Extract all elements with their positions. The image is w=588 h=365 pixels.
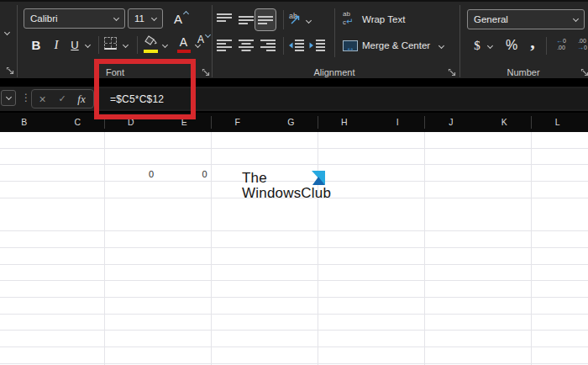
wrap-text-button[interactable]: Wrap Text xyxy=(362,14,405,24)
align-middle-icon[interactable] xyxy=(239,13,254,30)
borders-dropdown-chevron-icon[interactable] xyxy=(123,42,129,48)
caret-up-icon xyxy=(183,11,189,17)
separator xyxy=(283,37,284,55)
align-right-icon[interactable] xyxy=(260,40,276,56)
column-header-b[interactable]: B xyxy=(0,113,51,132)
clipboard-dialog-launcher[interactable] xyxy=(6,66,15,76)
cell-value-d[interactable]: 0 xyxy=(106,167,154,182)
font-color-button[interactable]: A xyxy=(176,34,191,49)
decrease-decimal-icon[interactable]: .00 →0 xyxy=(572,38,588,51)
spreadsheet-grid[interactable]: 0 0 The WindowsClub xyxy=(0,132,588,365)
column-header-h[interactable]: H xyxy=(318,113,371,132)
group-separator xyxy=(459,5,460,77)
orientation-icon[interactable]: ab xyxy=(289,12,297,20)
comma-style-button[interactable]: , xyxy=(526,32,539,52)
annotation-highlight-rectangle xyxy=(94,59,196,119)
align-center-icon[interactable] xyxy=(239,40,254,56)
group-separator xyxy=(212,5,213,77)
align-left-icon[interactable] xyxy=(217,40,232,56)
fill-color-dropdown-chevron-icon[interactable] xyxy=(162,42,168,48)
merge-icon-arrows: ↔ xyxy=(346,43,354,52)
currency-symbol: $ xyxy=(474,39,480,53)
percent-symbol: % xyxy=(506,38,517,53)
name-box-dropdown[interactable] xyxy=(1,90,16,106)
bold-button[interactable]: B xyxy=(28,34,45,56)
italic-label: I xyxy=(55,38,59,52)
separator xyxy=(283,10,284,29)
increase-decimal-digit: 0 xyxy=(563,38,566,44)
chevron-down-icon xyxy=(113,14,119,20)
currency-dropdown-chevron-icon[interactable] xyxy=(487,43,493,49)
chevron-down-icon xyxy=(573,15,579,21)
increase-font-size-button[interactable]: A xyxy=(168,8,188,29)
font-color-swatch xyxy=(177,50,191,53)
alignment-dialog-launcher[interactable] xyxy=(448,68,457,77)
column-header-f[interactable]: F xyxy=(211,113,265,132)
italic-button[interactable]: I xyxy=(49,34,64,56)
watermark-line2: WindowsClub xyxy=(242,185,331,202)
merge-center-button[interactable]: Merge & Center xyxy=(362,40,430,50)
underline-label: U xyxy=(71,39,78,51)
merge-center-dropdown-chevron-icon[interactable] xyxy=(438,43,444,49)
underline-dropdown-chevron-icon[interactable] xyxy=(85,42,91,48)
column-header-i[interactable]: I xyxy=(371,113,425,132)
group-separator xyxy=(17,5,18,77)
wrap-text-icon: ab c↵ xyxy=(343,10,358,27)
chevron-down-icon xyxy=(151,14,157,20)
formula-bar-drag-handle[interactable]: ⋮ xyxy=(21,92,31,103)
alignment-group-label: Alignment xyxy=(213,67,455,80)
borders-icon[interactable] xyxy=(104,37,117,50)
clipboard-stub-chevron-icon[interactable] xyxy=(4,29,10,35)
font-dialog-launcher[interactable] xyxy=(202,68,211,77)
number-format-value: General xyxy=(468,14,574,24)
percent-style-button[interactable]: % xyxy=(502,35,521,56)
arrow-right-icon: → xyxy=(577,44,584,51)
align-bottom-button-selected[interactable] xyxy=(255,8,276,31)
windowsclub-logo-icon xyxy=(312,171,325,185)
bold-label: B xyxy=(32,38,41,52)
column-headers: B C D E F G H I J K L xyxy=(0,113,588,132)
excel-window: Calibri 11 A A B I U xyxy=(0,0,588,365)
column-header-k[interactable]: K xyxy=(478,113,532,132)
column-header-j[interactable]: J xyxy=(424,113,478,132)
increase-decimal-zeros: .00 xyxy=(557,45,565,50)
insert-function-button[interactable]: fx xyxy=(71,93,92,106)
align-top-icon[interactable] xyxy=(217,13,232,30)
font-size-value: 11 xyxy=(129,13,152,24)
font-color-letter: A xyxy=(180,35,187,49)
column-header-g[interactable]: G xyxy=(265,113,318,132)
formula-bar: ⋮ × ✓ fx =$C5*C$12 xyxy=(0,87,588,111)
font-size-combobox[interactable]: 11 xyxy=(128,8,163,29)
watermark-line1: The xyxy=(242,170,267,187)
chevron-down-icon xyxy=(5,94,11,100)
wrap-icon-arrow: ↵ xyxy=(346,17,353,26)
decrease-decimal-zeros: .00 xyxy=(578,38,586,44)
underline-button[interactable]: U xyxy=(67,34,82,56)
separator xyxy=(137,36,138,54)
font-name-combobox[interactable]: Calibri xyxy=(24,8,125,29)
increase-decimal-icon[interactable]: ←0 .00 xyxy=(551,38,571,51)
arrow-left-icon: ← xyxy=(556,37,563,45)
currency-format-button[interactable]: $ xyxy=(470,35,484,56)
number-format-combobox[interactable]: General xyxy=(467,9,585,29)
enter-button[interactable]: ✓ xyxy=(53,93,71,104)
separator xyxy=(546,37,547,55)
ribbon: Calibri 11 A A B I U xyxy=(0,0,588,78)
fill-color-swatch xyxy=(144,50,158,53)
number-dialog-launcher[interactable] xyxy=(580,68,588,77)
align-bottom-icon xyxy=(258,14,273,31)
formula-bar-controls: × ✓ fx xyxy=(31,89,94,108)
decrease-indent-icon[interactable] xyxy=(287,40,304,56)
cell-value-e[interactable]: 0 xyxy=(160,167,207,182)
increase-indent-icon[interactable] xyxy=(308,40,325,56)
grow-font-letter: A xyxy=(174,12,182,26)
font-name-value: Calibri xyxy=(24,13,114,24)
separator xyxy=(98,36,99,54)
decrease-font-size-button[interactable]: A xyxy=(192,30,210,49)
column-header-l[interactable]: L xyxy=(531,113,585,132)
merge-center-icon: ↔ xyxy=(343,40,358,51)
cancel-button[interactable]: × xyxy=(32,93,53,106)
orientation-dropdown-chevron-icon[interactable] xyxy=(306,18,312,24)
separator xyxy=(334,8,335,57)
number-group-label: Number xyxy=(461,67,585,80)
